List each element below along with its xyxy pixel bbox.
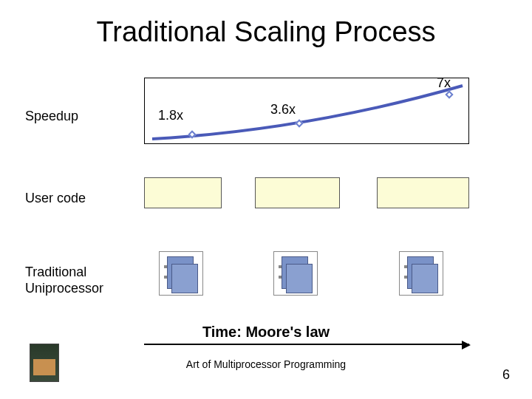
footer-text: Art of Multiprocessor Programming <box>0 358 532 370</box>
usercode-box-1 <box>144 177 222 208</box>
time-axis-arrow <box>144 344 469 345</box>
usercode-box-3 <box>377 177 469 208</box>
time-axis-label: Time: Moore's law <box>0 324 532 341</box>
datapoint-label-3: 7x <box>437 75 451 91</box>
processor-icon-3 <box>399 251 443 296</box>
traditional-row-label: Traditional Uniprocessor <box>25 265 103 296</box>
usercode-box-2 <box>255 177 340 208</box>
page-number: 6 <box>502 367 510 383</box>
datapoint-label-1: 1.8x <box>158 108 183 123</box>
processor-icon-1 <box>159 251 203 296</box>
speedup-row-label: Speedup <box>25 109 78 124</box>
datapoint-label-2: 3.6x <box>270 102 296 117</box>
processor-icon-2 <box>273 251 318 296</box>
usercode-row-label: User code <box>25 191 86 206</box>
page-title: Traditional Scaling Process <box>0 16 532 48</box>
speedup-chart: 1.8x 3.6x 7x <box>144 78 469 144</box>
